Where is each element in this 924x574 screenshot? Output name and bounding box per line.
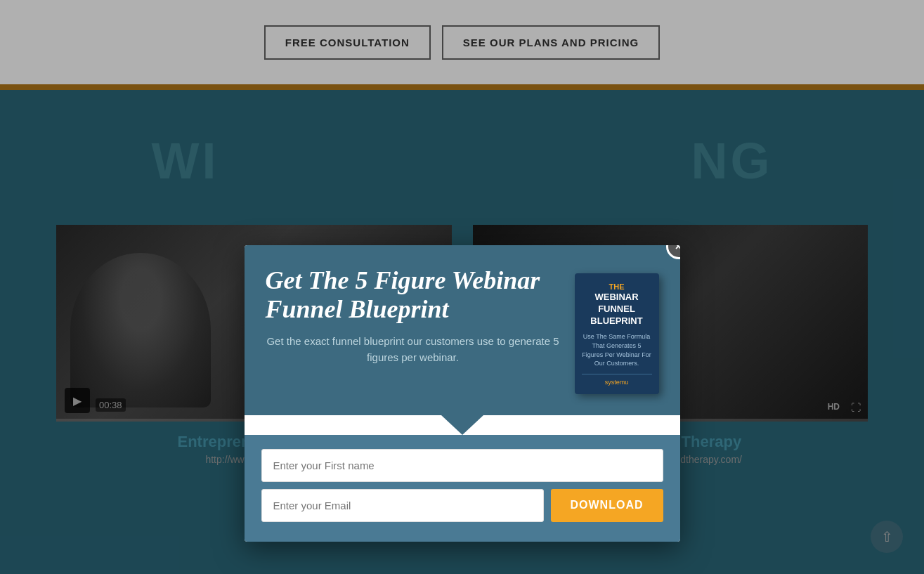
book-the: THE (582, 282, 652, 292)
book-title-3: BLUEPRINT (582, 315, 652, 327)
top-bar: FREE CONSULTATION SEE OUR PLANS AND PRIC… (0, 0, 924, 84)
modal-header: Get The 5 Figure Webinar Funnel Blueprin… (245, 245, 680, 415)
modal-form: DOWNLOAD (245, 435, 680, 542)
modal-popup: × Get The 5 Figure Webinar Funnel Bluepr… (245, 245, 680, 542)
book-subtitle: Use The Same Formula That Generates 5 Fi… (582, 332, 652, 367)
modal-text-area: Get The 5 Figure Webinar Funnel Blueprin… (266, 266, 561, 366)
plans-pricing-button[interactable]: SEE OUR PLANS AND PRICING (442, 25, 660, 60)
first-name-input[interactable] (261, 449, 663, 482)
main-content: WI NG ▶ 00:38 HD ⛶ Entrepreneur on Fire … (0, 84, 924, 574)
book-cover: THE WEBINAR FUNNEL BLUEPRINT Use The Sam… (575, 273, 659, 394)
book-title-1: WEBINAR (582, 292, 652, 304)
book-title: THE WEBINAR FUNNEL BLUEPRINT (582, 282, 652, 327)
modal-headline: Get The 5 Figure Webinar Funnel Blueprin… (266, 266, 561, 325)
modal-arrow (441, 415, 483, 435)
modal-subtext: Get the exact funnel blueprint our custo… (266, 334, 561, 365)
free-consultation-button[interactable]: FREE CONSULTATION (264, 25, 431, 60)
book-title-2: FUNNEL (582, 304, 652, 315)
email-row: DOWNLOAD (261, 489, 663, 522)
email-input[interactable] (261, 489, 544, 522)
download-button[interactable]: DOWNLOAD (551, 489, 663, 522)
book-logo: systemu (582, 374, 652, 386)
